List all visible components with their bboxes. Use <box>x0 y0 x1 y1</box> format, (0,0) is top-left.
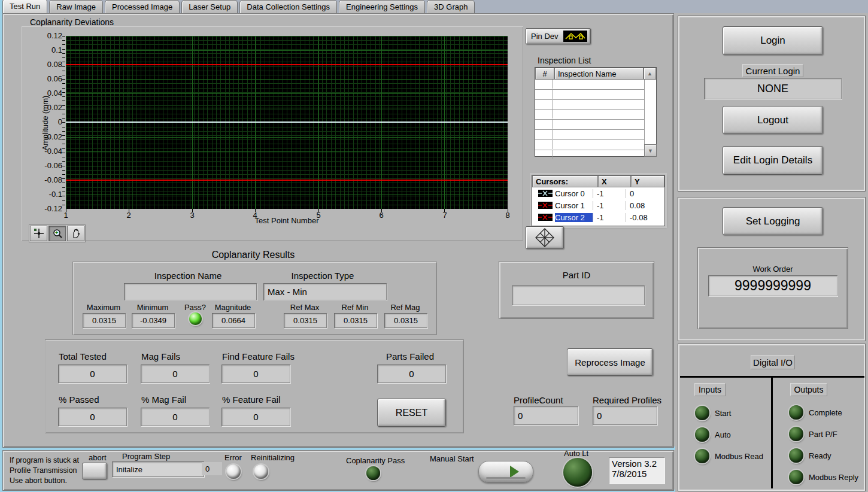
required-profiles-field[interactable]: 0 <box>593 406 657 425</box>
work-order-field[interactable]: 9999999999 <box>708 275 837 296</box>
pct-passed-field: 0 <box>58 408 127 426</box>
reprocess-image-button[interactable]: Reprocess Image <box>567 348 653 376</box>
magnitude-label: Magnitude <box>212 303 254 312</box>
inspection-list-row[interactable] <box>535 90 644 100</box>
tab-label: Engineering Settings <box>346 2 418 11</box>
cursor-x-value: -1 <box>593 189 626 198</box>
cursor-line-upper-limit[interactable] <box>66 64 508 65</box>
ref-max-field: 0.0315 <box>284 313 327 328</box>
tab-3d-graph[interactable]: 3D Graph <box>427 0 475 13</box>
tab-raw-image[interactable]: Raw Image <box>49 0 103 13</box>
edit-login-details-button[interactable]: Edit Login Details <box>723 146 823 175</box>
version-text: Version 3.2 <box>612 458 664 469</box>
y-tick: -0.08 <box>35 175 62 185</box>
tab-label: Laser Setup <box>189 2 230 11</box>
coplanarity-chart-plot[interactable] <box>66 36 508 209</box>
tab-engineering-settings[interactable]: Engineering Settings <box>339 0 425 13</box>
cursor-line-zero[interactable] <box>66 122 508 123</box>
reinitializing-label: Reinitializing <box>251 453 295 462</box>
y-tick: 0.04 <box>35 89 62 98</box>
plot-legend[interactable]: Pin Dev <box>526 28 591 44</box>
graph-palette: + <box>29 224 86 242</box>
cursor-legend-header-cursors[interactable]: Cursors: <box>532 175 598 187</box>
pct-mag-fail-label: % Mag Fail <box>141 394 186 405</box>
inspection-name-field <box>124 283 257 300</box>
inspection-list-col-number[interactable]: # <box>535 68 554 80</box>
cursor-row-1[interactable]: Cursor 1 -1 0.08 <box>532 199 664 211</box>
cursor-legend-header-x[interactable]: X <box>598 175 631 187</box>
cursor-legend-header-y[interactable]: Y <box>631 175 664 187</box>
logout-button[interactable]: Logout <box>723 106 823 134</box>
inspection-list-col-name[interactable]: Inspection Name <box>554 68 644 80</box>
cursor-x-value: -1 <box>593 213 626 222</box>
profile-count-field: 0 <box>514 406 578 425</box>
minimum-field: -0.0349 <box>132 313 175 328</box>
y-tick: 0.1 <box>35 45 62 55</box>
inspection-list-row[interactable] <box>535 80 644 90</box>
cursor-name: Cursor 1 <box>555 201 593 210</box>
input-auto-label: Auto <box>715 430 731 439</box>
plot-line-style-icon[interactable] <box>563 31 587 42</box>
parts-failed-label: Parts Failed <box>386 351 434 362</box>
inspection-list-table: # Inspection Name ▲ ▼ <box>535 67 657 157</box>
reinitializing-led <box>254 464 268 479</box>
tab-bar: Test Run Raw Image Processed Image Laser… <box>2 0 477 13</box>
inspection-list-row[interactable] <box>535 120 644 130</box>
scroll-down-arrow-icon[interactable]: ▼ <box>644 144 657 157</box>
error-label: Error <box>224 453 242 462</box>
input-start-label: Start <box>715 409 731 418</box>
inspection-type-field[interactable]: Max - Min <box>263 283 387 300</box>
mag-fails-label: Mag Fails <box>141 351 180 362</box>
reset-button[interactable]: RESET <box>377 399 446 427</box>
abort-button[interactable] <box>82 463 107 479</box>
cursor-mover-pad[interactable] <box>526 226 564 249</box>
cursor-row-0[interactable]: Cursor 0 -1 0 <box>532 187 664 199</box>
cursor-row-2-selected[interactable]: Cursor 2 -1 -0.08 <box>532 211 664 223</box>
digital-io-vdivider <box>771 378 773 488</box>
diamond-pad-icon <box>535 227 555 248</box>
minimum-label: Minimum <box>132 303 174 312</box>
tab-laser-setup[interactable]: Laser Setup <box>181 0 238 13</box>
tab-processed-image[interactable]: Processed Image <box>105 0 180 13</box>
inspection-list-row[interactable] <box>535 100 644 110</box>
cursor-y-value: -0.08 <box>626 213 664 222</box>
inspection-list-row[interactable] <box>535 110 644 120</box>
inspection-list-row[interactable] <box>535 130 644 140</box>
plot-legend-label: Pin Dev <box>531 32 559 41</box>
mag-fails-field: 0 <box>141 365 210 383</box>
login-button[interactable]: Login <box>723 26 823 55</box>
tab-label: Data Collection Settings <box>247 2 330 11</box>
results-title: Coplanarity Results <box>163 250 343 260</box>
profile-count-label: ProfileCount <box>514 395 563 405</box>
x-tick: 7 <box>433 211 457 220</box>
find-feature-fails-field: 0 <box>221 365 290 383</box>
cursor-line-lower-limit[interactable] <box>66 180 508 181</box>
pan-tool-button[interactable] <box>67 226 84 241</box>
y-tick: -0.02 <box>35 132 62 142</box>
inspection-list-row[interactable] <box>535 150 644 160</box>
version-box: Version 3.2 7/8/2015 <box>609 457 665 484</box>
tab-test-run[interactable]: Test Run <box>2 0 47 13</box>
cursor0-marker-icon <box>538 190 553 197</box>
current-login-field: NONE <box>704 78 842 99</box>
svg-text:+: + <box>55 230 58 236</box>
zoom-tool-button[interactable]: + <box>48 226 66 241</box>
pass-led <box>189 312 202 325</box>
scroll-up-arrow-icon[interactable]: ▲ <box>644 68 656 80</box>
set-logging-button[interactable]: Set Logging <box>723 207 823 235</box>
ref-max-label: Ref Max <box>284 303 326 312</box>
cursor-tool-button[interactable] <box>30 226 47 241</box>
input-modbus-read-led <box>695 449 709 463</box>
cursor-name: Cursor 2 <box>555 213 593 222</box>
output-modbus-reply-led <box>789 470 803 484</box>
part-id-field <box>512 286 645 305</box>
pct-feature-fail-field: 0 <box>221 408 290 426</box>
inspection-type-label: Inspection Type <box>263 271 382 281</box>
manual-start-toggle[interactable] <box>478 461 533 482</box>
x-tick: 3 <box>180 211 204 220</box>
program-step-field: Initalize <box>112 461 204 477</box>
tab-label: Test Run <box>10 2 40 11</box>
tab-label: 3D Graph <box>434 2 468 11</box>
inspection-list-row[interactable] <box>535 140 644 150</box>
tab-data-collection-settings[interactable]: Data Collection Settings <box>239 0 337 13</box>
